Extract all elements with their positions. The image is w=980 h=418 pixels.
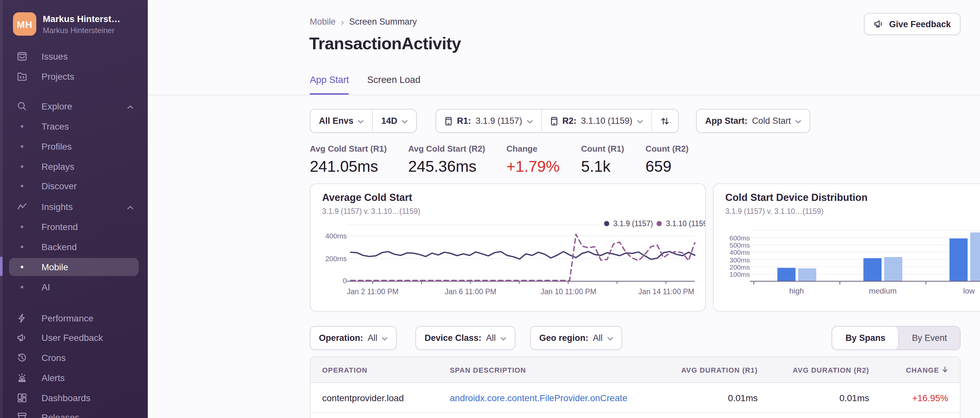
date-range-value: 14D	[382, 116, 398, 126]
cell-change: +16.95%	[881, 393, 960, 403]
sidebar-item-crons[interactable]: Crons	[0, 349, 148, 367]
sidebar-section-label: Insights	[41, 202, 73, 212]
date-range-select[interactable]: 14D	[373, 110, 417, 132]
by-event-toggle[interactable]: By Event	[899, 327, 960, 349]
operation-filter: Operation: All	[310, 326, 397, 350]
releases-icon	[16, 412, 28, 418]
sidebar-item-traces[interactable]: Traces	[0, 117, 148, 135]
stat-count-r1: Count (R1) 5.1k	[581, 144, 624, 176]
sidebar-item-label: Dashboards	[41, 393, 91, 403]
table-row[interactable]: contentprovider.load androidx.core.conte…	[310, 383, 960, 413]
tab-app-start[interactable]: App Start	[310, 75, 349, 95]
stat-value: +1.79%	[506, 157, 560, 176]
sidebar-item-alerts[interactable]: Alerts	[0, 369, 148, 387]
geo-region-filter: Geo region: All	[530, 326, 622, 350]
megaphone-icon	[16, 332, 28, 343]
column-avg-duration-r2[interactable]: AVG DURATION (R2)	[769, 366, 881, 373]
app-start-type-select[interactable]: App Start: Cold Start	[697, 110, 810, 132]
sidebar-item-backend[interactable]: Backend	[0, 238, 148, 256]
geo-region-select[interactable]: Geo region: All	[531, 327, 622, 349]
legend-label-r2[interactable]: 3.1.10 (1159)	[666, 220, 706, 227]
bullet-icon	[21, 246, 23, 248]
cell-span-description-link[interactable]: androidx.core.content.FileProvider.onCre…	[438, 393, 654, 403]
sidebar-item-label: Replays	[41, 161, 74, 172]
y-axis-tick: 300ms	[720, 256, 750, 264]
breadcrumb-mobile[interactable]: Mobile	[310, 17, 336, 27]
sidebar-section-explore[interactable]: Explore	[0, 97, 148, 115]
y-axis-tick: 400ms	[720, 248, 750, 256]
user-org: Markus Hintersteiner	[43, 25, 140, 35]
release-r2-select[interactable]: R2: 3.1.10 (1159)	[541, 110, 651, 132]
app-start-label: App Start:	[705, 116, 748, 126]
avg-cold-start-chart-card: Average Cold Start 3.1.9 (1157) v. 3.1.1…	[310, 183, 706, 312]
sidebar-scrollbar-thumb[interactable]	[0, 257, 3, 276]
x-axis-tick: Jan 6 11:00 PM	[445, 288, 496, 296]
cell-avg-duration-r1: 0.01ms	[654, 393, 769, 403]
bullet-icon	[21, 145, 23, 148]
sidebar-item-ai[interactable]: AI	[0, 278, 148, 296]
env-daterange-filter: All Envs 14D	[310, 109, 417, 133]
sidebar-item-mobile[interactable]: Mobile	[9, 258, 139, 276]
sidebar-item-releases[interactable]: Releases	[0, 408, 148, 418]
y-axis-tick: 400ms	[317, 232, 347, 240]
swap-releases-button[interactable]	[652, 110, 678, 132]
y-axis-tick: 0	[317, 277, 347, 284]
chevron-down-icon	[527, 116, 533, 126]
y-axis-tick: 200ms	[317, 255, 347, 262]
table-header: OPERATION SPAN DESCRIPTION AVG DURATION …	[310, 357, 960, 383]
legend-dot-r1	[605, 221, 609, 226]
y-axis-tick: 100ms	[720, 270, 750, 278]
stat-avg-cold-start-r1: Avg Cold Start (R1) 241.05ms	[310, 144, 387, 176]
clock-history-icon	[16, 352, 28, 364]
breadcrumb: Mobile › Screen Summary	[310, 17, 417, 27]
sidebar-item-label: Mobile	[41, 262, 68, 272]
column-operation[interactable]: OPERATION	[310, 366, 438, 373]
legend-label-r1[interactable]: 3.1.9 (1157)	[614, 220, 653, 227]
bullet-icon	[21, 286, 23, 288]
user-menu[interactable]: MH Markus Hinterst… Markus Hintersteiner	[13, 12, 140, 36]
megaphone-icon	[873, 19, 884, 29]
device-class-select[interactable]: Device Class: All	[416, 327, 515, 349]
geo-region-value: All	[593, 333, 603, 343]
column-change[interactable]: CHANGE	[881, 366, 960, 373]
sidebar-item-dashboards[interactable]: Dashboards	[0, 389, 148, 407]
sidebar-item-profiles[interactable]: Profiles	[0, 137, 148, 156]
chevron-down-icon	[382, 333, 388, 343]
column-span-description[interactable]: SPAN DESCRIPTION	[438, 366, 654, 373]
chevron-down-icon	[637, 116, 643, 126]
sidebar-item-frontend[interactable]: Frontend	[0, 218, 148, 236]
release-compare-filter: R1: 3.1.9 (1157) R2: 3.1.10 (1159)	[436, 109, 678, 133]
chevron-right-icon: ›	[341, 19, 344, 25]
y-axis-tick: 500ms	[720, 241, 750, 249]
cell-operation: contentprovider.load	[310, 393, 438, 403]
siren-icon	[16, 372, 28, 384]
device-distribution-chart-card: Cold Start Device Distribution 3.1.9 (11…	[713, 183, 980, 312]
y-axis-tick: 200ms	[720, 263, 750, 271]
sidebar-item-user-feedback[interactable]: User Feedback	[0, 329, 148, 347]
bullet-icon	[21, 226, 23, 228]
sidebar-item-discover[interactable]: Discover	[0, 177, 148, 195]
bullet-icon	[21, 165, 23, 168]
sidebar-item-projects[interactable]: Projects	[0, 67, 148, 86]
column-avg-duration-r1[interactable]: AVG DURATION (R1)	[654, 366, 769, 373]
sidebar-item-replays[interactable]: Replays	[0, 157, 148, 176]
sidebar-item-performance[interactable]: Performance	[0, 309, 148, 327]
sidebar-item-label: Discover	[41, 181, 77, 191]
chevron-down-icon	[607, 333, 613, 343]
tab-screen-load[interactable]: Screen Load	[367, 75, 420, 95]
give-feedback-button[interactable]: Give Feedback	[864, 13, 961, 35]
app-start-value: Cold Start	[752, 116, 791, 126]
device-class-value: All	[486, 333, 496, 343]
stat-value: 5.1k	[581, 157, 624, 176]
geo-region-label: Geo region:	[539, 333, 589, 343]
sidebar-item-label: AI	[41, 282, 50, 292]
sidebar-item-issues[interactable]: Issues	[0, 47, 148, 65]
sidebar-item-label: Performance	[41, 313, 93, 323]
release-r1-select[interactable]: R1: 3.1.9 (1157)	[436, 110, 541, 132]
sidebar-section-insights[interactable]: Insights	[0, 198, 148, 216]
by-spans-toggle[interactable]: By Spans	[832, 327, 899, 349]
chart-legend: 3.1.9 (1157) 3.1.10 (1159)	[605, 220, 706, 227]
environment-select[interactable]: All Envs	[310, 110, 372, 132]
screen: MH Markus Hinterst… Markus Hintersteiner…	[0, 0, 980, 418]
operation-select[interactable]: Operation: All	[310, 327, 396, 349]
